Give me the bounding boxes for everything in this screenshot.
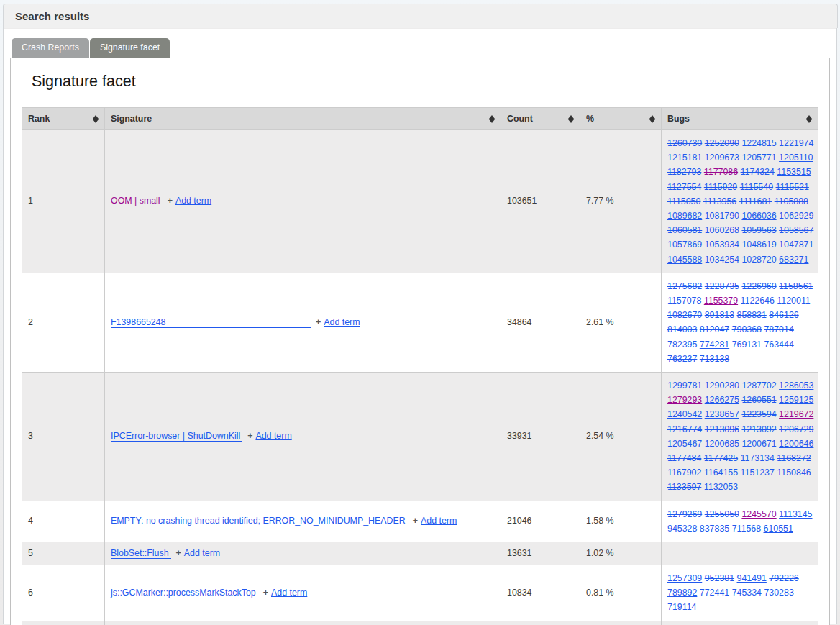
- bug-link[interactable]: 719114: [667, 602, 696, 612]
- bug-link[interactable]: 769131: [732, 339, 762, 350]
- bug-link[interactable]: 1205110: [779, 152, 813, 163]
- bug-link[interactable]: 1260551: [741, 395, 776, 405]
- bug-link[interactable]: 1200671: [741, 439, 776, 449]
- bug-link[interactable]: 1167902: [667, 467, 701, 478]
- bug-link[interactable]: 763444: [764, 339, 793, 350]
- bug-link[interactable]: 1257309: [667, 573, 702, 583]
- add-term-link[interactable]: Add term: [271, 588, 307, 598]
- bug-link[interactable]: 1279269: [667, 509, 702, 519]
- signature-link[interactable]: F1398665248: [111, 317, 311, 328]
- bug-link[interactable]: 1105888: [775, 196, 808, 206]
- signature-link[interactable]: IPCError-browser | ShutDownKill: [111, 431, 242, 442]
- bug-link[interactable]: 1111681: [739, 196, 772, 206]
- add-term-link[interactable]: Add term: [184, 548, 220, 558]
- bug-link[interactable]: 1290280: [705, 380, 739, 391]
- bug-link[interactable]: 941491: [737, 573, 767, 583]
- sort-arrows-icon[interactable]: [93, 115, 99, 123]
- tab-signature-facet[interactable]: Signature facet: [90, 38, 170, 58]
- bug-link[interactable]: 891813: [705, 310, 734, 320]
- bug-link[interactable]: 812047: [700, 324, 729, 334]
- column-header-bugs[interactable]: Bugs: [662, 108, 818, 130]
- bug-link[interactable]: 1057869: [667, 239, 702, 250]
- bug-link[interactable]: 1028720: [741, 255, 776, 265]
- bug-link[interactable]: 1158561: [779, 281, 813, 291]
- bug-link[interactable]: 1226960: [741, 281, 776, 291]
- bug-link[interactable]: 1200646: [779, 439, 813, 449]
- bug-link[interactable]: 1058567: [779, 225, 813, 235]
- bug-link[interactable]: 1238657: [705, 409, 739, 419]
- bug-link[interactable]: 1205467: [667, 439, 702, 449]
- bug-link[interactable]: 1150846: [777, 467, 811, 478]
- bug-link[interactable]: 1173134: [741, 453, 775, 463]
- bug-link[interactable]: 782395: [667, 339, 697, 350]
- bug-link[interactable]: 1115929: [704, 182, 737, 192]
- bug-link[interactable]: 1174324: [741, 167, 775, 177]
- bug-link[interactable]: 1215181: [667, 152, 702, 163]
- bug-link[interactable]: 1153515: [777, 167, 811, 177]
- bug-link[interactable]: 1157078: [667, 296, 701, 306]
- bug-link[interactable]: 1048619: [741, 239, 776, 250]
- bug-link[interactable]: 1066036: [741, 211, 776, 221]
- bug-link[interactable]: 1200685: [705, 439, 739, 449]
- bug-link[interactable]: 1177086: [704, 167, 738, 177]
- bug-link[interactable]: 858831: [737, 310, 767, 320]
- bug-link[interactable]: 1062929: [779, 211, 813, 221]
- bug-link[interactable]: 1127554: [667, 182, 701, 192]
- bug-link[interactable]: 730283: [764, 588, 793, 598]
- bug-link[interactable]: 1151237: [741, 467, 775, 478]
- bug-link[interactable]: 789892: [667, 588, 697, 598]
- bug-link[interactable]: 787014: [764, 324, 793, 334]
- bug-link[interactable]: 1205771: [741, 152, 776, 163]
- bug-link[interactable]: 1122646: [741, 296, 775, 306]
- bug-link[interactable]: 1255050: [705, 509, 739, 519]
- add-term-link[interactable]: Add term: [324, 317, 360, 327]
- bug-link[interactable]: 1287702: [741, 380, 776, 391]
- signature-link[interactable]: OOM | small: [111, 196, 163, 206]
- bug-link[interactable]: 1240542: [667, 409, 702, 419]
- bug-link[interactable]: 1219672: [779, 409, 813, 419]
- bug-link[interactable]: 846126: [769, 310, 798, 320]
- bug-link[interactable]: 774281: [700, 339, 729, 350]
- bug-link[interactable]: 952381: [705, 573, 734, 583]
- bug-link[interactable]: 1177484: [667, 453, 701, 463]
- bug-link[interactable]: 1113956: [703, 196, 736, 206]
- bug-link[interactable]: 1213092: [741, 424, 776, 434]
- bug-link[interactable]: 1089682: [667, 211, 702, 221]
- bug-link[interactable]: 1047871: [779, 239, 813, 250]
- bug-link[interactable]: 1216774: [667, 424, 702, 434]
- bug-link[interactable]: 713138: [700, 354, 729, 364]
- bug-link[interactable]: 1060581: [667, 225, 702, 235]
- sort-arrows-icon[interactable]: [568, 115, 574, 123]
- sort-arrows-icon[interactable]: [489, 115, 495, 123]
- bug-link[interactable]: 814003: [667, 324, 697, 334]
- bug-link[interactable]: 1224815: [741, 138, 776, 148]
- tab-crash-reports[interactable]: Crash Reports: [12, 38, 89, 58]
- bug-link[interactable]: 945328: [667, 524, 697, 534]
- bug-link[interactable]: 1164155: [704, 467, 738, 478]
- column-header-rank[interactable]: Rank: [22, 108, 105, 130]
- bug-link[interactable]: 1113145: [779, 509, 812, 519]
- bug-link[interactable]: 1045588: [667, 255, 702, 265]
- bug-link[interactable]: 837835: [700, 524, 729, 534]
- bug-link[interactable]: 1034254: [705, 255, 739, 265]
- signature-link[interactable]: EMPTY: no crashing thread identified; ER…: [111, 516, 408, 526]
- bug-link[interactable]: 1082670: [667, 310, 702, 320]
- column-header-signature[interactable]: Signature: [105, 108, 501, 130]
- bug-link[interactable]: 1120011: [777, 296, 810, 306]
- bug-link[interactable]: 1266275: [705, 395, 739, 405]
- bug-link[interactable]: 1279293: [667, 395, 702, 405]
- bug-link[interactable]: 1115050: [667, 196, 700, 206]
- bug-link[interactable]: 711568: [732, 524, 761, 534]
- bug-link[interactable]: 1223594: [741, 409, 776, 419]
- bug-link[interactable]: 1299781: [667, 380, 702, 391]
- bug-link[interactable]: 1213096: [705, 424, 739, 434]
- bug-link[interactable]: 1132053: [704, 482, 738, 492]
- bug-link[interactable]: 1060268: [705, 225, 739, 235]
- sort-arrows-icon[interactable]: [649, 115, 655, 123]
- bug-link[interactable]: 790368: [732, 324, 762, 334]
- bug-link[interactable]: 1059563: [741, 225, 776, 235]
- add-term-link[interactable]: Add term: [255, 431, 291, 441]
- bug-link[interactable]: 1081790: [705, 211, 739, 221]
- bug-link[interactable]: 1252090: [705, 138, 739, 148]
- bug-link[interactable]: 1206729: [779, 424, 813, 434]
